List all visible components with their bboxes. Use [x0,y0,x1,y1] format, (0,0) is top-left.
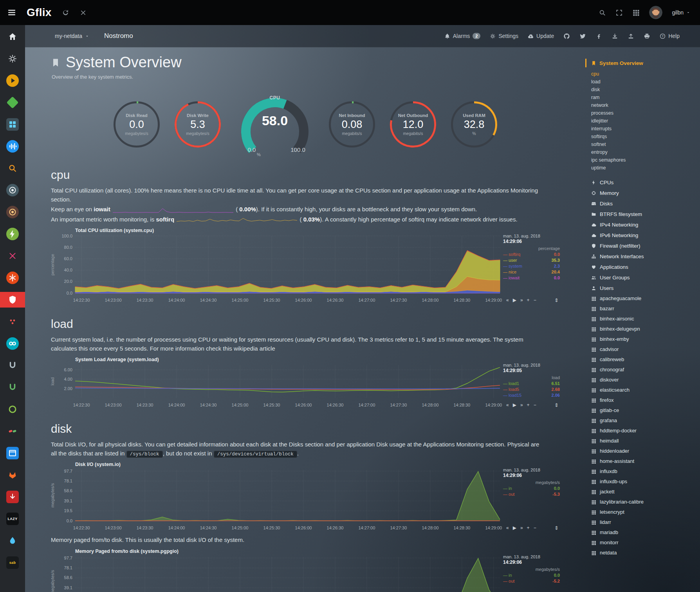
cpu-chart[interactable]: Total CPU utilization (system.cpu)0.020.… [51,228,584,306]
sidebar-app-17[interactable] [0,380,25,395]
sidebar-app-19[interactable] [0,423,25,439]
legend-item-out[interactable]: — out-5.3 [503,491,560,497]
sidebar-app-4[interactable] [0,95,25,110]
toc-section-system-overview[interactable]: System Overview [585,59,700,67]
legend-item-out[interactable]: — out-5.2 [503,578,560,584]
toc-container-jackett[interactable]: jackett [591,487,700,497]
toc-container-lazylibrarian-calibre[interactable]: lazylibrarian-calibre [591,497,700,507]
toc-item-processes[interactable]: processes [591,109,700,117]
sidebar-app-18[interactable] [0,401,25,417]
toc-section-ipv4-networking[interactable]: IPv4 Networking [591,220,700,230]
toc-container-letsencrypt[interactable]: letsencrypt [591,507,700,517]
hostname[interactable]: Nostromo [104,32,133,40]
zoom-out-button[interactable]: − [534,297,536,303]
gauge-net-inbound[interactable]: Net Inbound0.08megabits/s [327,99,377,149]
toc-section-network-interfaces[interactable]: Network Interfaces [591,251,700,262]
sidebar-app-20[interactable] [0,445,25,461]
toc-item-interrupts[interactable]: interrupts [591,125,700,133]
toc-container-bazarr[interactable]: bazarr [591,304,700,314]
gauge-disk-read[interactable]: Disk Read0.0megabytes/s [112,99,162,149]
sidebar-app-7[interactable] [0,160,25,176]
toc-container-cadvisor[interactable]: cadvisor [591,344,700,354]
update-button[interactable]: Update [528,33,554,39]
toc-section-user-groups[interactable]: User Groups [591,272,700,283]
sidebar-app-1[interactable] [0,29,25,45]
pan-backward-button[interactable]: « [506,525,509,531]
legend-item-user[interactable]: — user35.3 [503,257,560,263]
sidebar-app-13[interactable] [0,292,25,308]
toc-item-idlejitter[interactable]: idlejitter [591,117,700,125]
twitter-icon[interactable] [579,33,586,40]
alarms-button[interactable]: Alarms 2 [444,33,481,39]
refresh-icon[interactable] [62,9,69,16]
legend-item-in[interactable]: — in0.0 [503,486,560,491]
toc-section-cpus[interactable]: CPUs [591,177,700,188]
toc-container-binhex-airsonic[interactable]: binhex-airsonic [591,314,700,324]
toc-container-grafana[interactable]: grafana [591,416,700,426]
legend-item-nice[interactable]: — nice20.4 [503,269,560,275]
legend-item-system[interactable]: — system2.3 [503,263,560,269]
sidebar-app-8[interactable] [0,182,25,198]
gauge-used-ram[interactable]: Used RAM32.8% [449,99,499,149]
toc-item-softirqs[interactable]: softirqs [591,133,700,140]
user-menu[interactable]: gilbn [672,9,691,16]
pan-forward-button[interactable]: » [520,525,523,531]
toc-item-disk[interactable]: disk [591,86,700,94]
gauge-cpu[interactable]: CPU58.00.0100.0% [234,92,316,157]
toc-container-home-assistant[interactable]: home-assistant [591,456,700,466]
toc-container-chronograf[interactable]: chronograf [591,365,700,375]
sidebar-app-6[interactable] [0,139,25,154]
toc-container-influxdb-ups[interactable]: influxdb-ups [591,477,700,487]
sidebar-app-2[interactable] [0,51,25,67]
toc-container-hiddenloader[interactable]: hiddenloader [591,446,700,456]
toc-item-ram[interactable]: ram [591,94,700,101]
zoom-in-button[interactable]: + [527,402,530,408]
toc-container-heimdall[interactable]: heimdall [591,436,700,446]
close-icon[interactable] [79,9,87,16]
search-icon[interactable] [599,9,606,16]
download-icon[interactable] [612,33,618,40]
sidebar-app-25[interactable]: sab [0,555,25,570]
sidebar-app-9[interactable] [0,204,25,220]
legend-item-in[interactable]: — in0.0 [503,572,560,578]
resize-handle[interactable]: ⇕ [554,297,559,303]
toc-container-binhex-emby[interactable]: binhex-emby [591,334,700,344]
toc-container-monitorr[interactable]: monitorr [591,538,700,548]
facebook-icon[interactable] [595,33,602,40]
toc-container-hddtemp-docker[interactable]: hddtemp-docker [591,426,700,436]
toc-section-users[interactable]: Users [591,283,700,293]
sidebar-app-15[interactable] [0,336,25,351]
pan-backward-button[interactable]: « [506,297,509,303]
sidebar-app-23[interactable]: LAZY [0,511,25,527]
toc-section-disks[interactable]: Disks [591,198,700,209]
toc-container-influxdb[interactable]: influxdb [591,466,700,477]
fullscreen-icon[interactable] [615,9,623,16]
play-button[interactable]: ▶ [513,402,516,408]
toc-item-load[interactable]: load [591,78,700,86]
toc-container-diskover[interactable]: diskover [591,375,700,385]
menu-icon[interactable] [7,8,16,17]
gauge-net-outbound[interactable]: Net Outbound12.0megabits/s [388,99,438,149]
sidebar-app-3[interactable] [0,73,25,88]
toc-container-calibreweb[interactable]: calibreweb [591,354,700,365]
github-icon[interactable] [563,33,570,40]
zoom-out-button[interactable]: − [534,402,536,408]
toc-item-network[interactable]: network [591,101,700,109]
play-button[interactable]: ▶ [513,525,516,531]
play-button[interactable]: ▶ [513,297,516,303]
toc-container-gitlab-ce[interactable]: gitlab-ce [591,405,700,416]
sidebar-app-14[interactable] [0,314,25,329]
toc-item-entropy[interactable]: entropy [591,148,700,156]
avatar[interactable] [649,6,662,19]
settings-button[interactable]: Settings [490,33,518,39]
resize-handle[interactable]: ⇕ [554,525,559,531]
disk-io-chart[interactable]: Disk I/O (system.io)0.019.539.158.678.19… [51,462,584,533]
toc-item-uptime[interactable]: uptime [591,164,700,172]
sidebar-app-21[interactable] [0,467,25,483]
legend-item-iowait[interactable]: — iowait0.0 [503,275,560,281]
zoom-in-button[interactable]: + [527,525,530,531]
help-button[interactable]: ? Help [660,33,680,39]
sidebar-app-11[interactable] [0,248,25,264]
gauge-disk-write[interactable]: Disk Write5.3megabytes/s [173,99,223,149]
toc-item-softnet[interactable]: softnet [591,140,700,148]
